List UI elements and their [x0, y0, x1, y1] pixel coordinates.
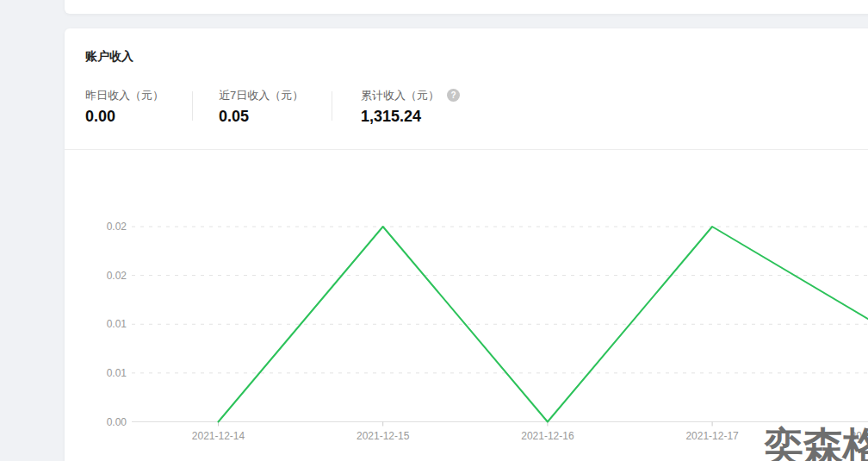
stat-value: 0.00: [85, 108, 164, 125]
stat-label: 近7日收入（元）: [219, 89, 303, 102]
stat-value: 1,315.24: [361, 108, 460, 125]
page: 账户收入 昨日收入（元） 0.00 近7日收入（元） 0.05 累计收入（元） …: [0, 0, 868, 461]
income-card: 账户收入 昨日收入（元） 0.00 近7日收入（元） 0.05 累计收入（元） …: [65, 28, 868, 461]
top-card: [65, 0, 868, 14]
stat-divider: [192, 91, 193, 121]
stat-last7days-income: 近7日收入（元） 0.05: [219, 89, 303, 125]
stat-divider: [332, 91, 332, 121]
stat-yesterday-income: 昨日收入（元） 0.00: [85, 89, 164, 125]
stat-total-income: 累计收入（元） ? 1,315.24: [361, 89, 460, 125]
card-title: 账户收入: [85, 49, 133, 63]
watermark: 奕森格: [764, 427, 868, 461]
stat-label: 累计收入（元） ?: [361, 89, 460, 102]
stat-label: 昨日收入（元）: [85, 89, 164, 102]
help-icon[interactable]: ?: [447, 89, 460, 102]
stat-value: 0.05: [219, 108, 303, 125]
stat-label-text: 累计收入（元）: [361, 89, 439, 102]
header-divider: [65, 149, 868, 150]
